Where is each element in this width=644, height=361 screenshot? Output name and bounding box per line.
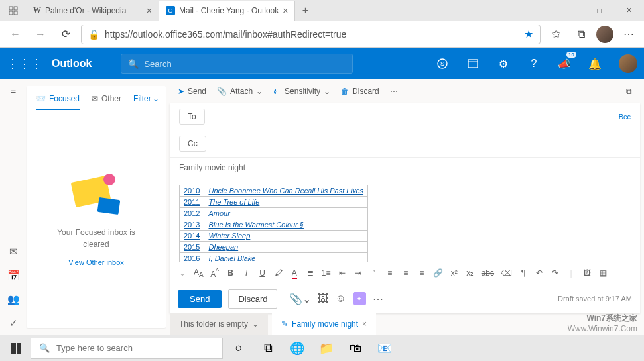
tab-other[interactable]: ✉ Other [92, 94, 121, 103]
year-link[interactable]: 2014 [184, 232, 200, 240]
filter-dropdown[interactable]: Filter ⌄ [133, 94, 159, 103]
strikethrough-button[interactable]: abc [482, 268, 494, 278]
browser-tab-wikipedia[interactable]: W Palme d'Or - Wikipedia × [27, 1, 159, 21]
font-size-button[interactable]: AA [194, 268, 204, 278]
font-size-inc-button[interactable]: A^ [210, 268, 220, 279]
close-tab-icon[interactable]: × [147, 5, 152, 16]
superscript-button[interactable]: x² [450, 268, 459, 278]
browser-menu-button[interactable]: ⋯ [619, 25, 639, 44]
film-link[interactable]: Amour [208, 209, 229, 217]
subscript-button[interactable]: x₂ [466, 268, 475, 278]
bcc-link[interactable]: Bcc [619, 113, 631, 121]
app-launcher-icon[interactable]: ⋮⋮⋮ [7, 56, 42, 71]
people-icon[interactable]: 👥 [7, 293, 20, 305]
popout-icon[interactable]: ⧉ [626, 87, 632, 96]
browser-tab-outlook[interactable]: O Mail - Cherie Yang - Outlook × [159, 1, 295, 21]
account-avatar[interactable] [619, 54, 637, 73]
url-input[interactable]: 🔒 https://outlook.office365.com/mail/inb… [81, 25, 541, 44]
highlight-button[interactable]: 🖍 [274, 268, 283, 278]
send-command[interactable]: ➤Send [178, 87, 206, 96]
italic-button[interactable]: I [242, 268, 251, 278]
sensitivity-command[interactable]: 🏷Sensitivity⌄ [273, 87, 330, 96]
redo-button[interactable]: ↷ [550, 268, 560, 278]
undo-button[interactable]: ↶ [535, 268, 544, 278]
bold-button[interactable]: B [226, 268, 235, 278]
start-button[interactable] [4, 336, 28, 360]
indent-button[interactable]: ⇥ [354, 268, 363, 278]
year-link[interactable]: 2012 [184, 209, 200, 217]
outdent-button[interactable]: ⇤ [338, 268, 347, 278]
minimize-button[interactable]: ─ [554, 0, 584, 21]
emoji-icon[interactable]: ☺ [335, 293, 346, 305]
maximize-button[interactable]: □ [584, 0, 614, 21]
file-explorer-icon[interactable]: 📁 [313, 336, 340, 360]
film-link[interactable]: Dheepan [208, 243, 238, 251]
numbering-button[interactable]: 1≡ [322, 268, 331, 278]
todo-icon[interactable]: ✓ [9, 317, 18, 329]
refresh-button[interactable]: ⟳ [56, 25, 76, 44]
hamburger-icon[interactable]: ≡ [11, 85, 17, 96]
table-button[interactable]: ▦ [598, 268, 608, 278]
close-tab-icon[interactable]: × [283, 5, 288, 16]
paragraph-button[interactable]: ¶ [519, 268, 528, 278]
back-button[interactable]: ← [5, 25, 25, 44]
to-button[interactable]: To [179, 109, 205, 125]
megaphone-icon[interactable]: 📣10 [554, 53, 575, 74]
search-box[interactable]: 🔍 [121, 54, 353, 74]
settings-gear-icon[interactable]: ⚙ [493, 53, 514, 74]
film-link[interactable]: Blue Is the Warmest Colour § [208, 221, 303, 229]
collections-icon[interactable]: ⧉ [571, 25, 591, 44]
calendar-icon[interactable]: 📅 [7, 270, 20, 282]
message-body[interactable]: 2010Uncle Boonmee Who Can Recall His Pas… [170, 178, 640, 262]
align-center-button[interactable]: ≡ [401, 268, 411, 278]
edge-icon[interactable]: 🌐 [284, 336, 310, 360]
subject-field[interactable]: Family movie night [170, 158, 640, 178]
browser-menu-icon[interactable] [0, 6, 27, 15]
mail-app-icon[interactable]: 📧 [371, 336, 398, 360]
font-color-button[interactable]: A [290, 268, 299, 278]
mail-icon[interactable]: ✉ [9, 246, 18, 258]
new-tab-button[interactable]: + [295, 5, 315, 17]
close-window-button[interactable]: ✕ [614, 0, 644, 21]
attach-file-icon[interactable]: 📎⌄ [289, 293, 311, 305]
align-right-button[interactable]: ≡ [417, 268, 426, 278]
quote-button[interactable]: ” [369, 268, 379, 278]
tab-focused[interactable]: 📨 Focused [36, 94, 80, 110]
align-left-button[interactable]: ≡ [385, 268, 395, 278]
discard-command[interactable]: 🗑Discard [341, 87, 379, 96]
year-link[interactable]: 2011 [184, 198, 200, 206]
year-link[interactable]: 2015 [184, 243, 200, 251]
film-link[interactable]: Uncle Boonmee Who Can Recall His Past Li… [208, 187, 363, 195]
help-icon[interactable]: ? [523, 53, 545, 74]
profile-avatar[interactable] [596, 26, 613, 43]
clear-format-button[interactable]: ⌫ [501, 268, 512, 278]
film-link[interactable]: The Tree of Life [208, 198, 259, 206]
view-other-link[interactable]: View Other inbox [68, 258, 124, 266]
task-view-icon[interactable]: ⧉ [255, 336, 281, 360]
link-button[interactable]: 🔗 [433, 268, 443, 278]
search-input[interactable] [144, 59, 346, 69]
ai-assist-icon[interactable]: ✦ [353, 292, 366, 305]
discard-button[interactable]: Discard [228, 289, 277, 309]
attach-command[interactable]: 📎Attach⌄ [217, 87, 263, 96]
more-commands[interactable]: ⋯ [390, 87, 398, 96]
send-button[interactable]: Send [178, 290, 222, 308]
cc-button[interactable]: Cc [179, 136, 206, 152]
close-tab-icon[interactable]: × [362, 319, 367, 329]
underline-button[interactable]: U [258, 268, 267, 278]
year-link[interactable]: 2016 [184, 254, 200, 262]
favorites-icon[interactable]: ✩ [546, 25, 566, 44]
taskbar-search[interactable]: 🔍 Type here to search [31, 338, 223, 359]
more-options-icon[interactable]: ⋯ [373, 293, 383, 305]
bullets-button[interactable]: ≣ [306, 268, 315, 278]
film-link[interactable]: Winter Sleep [208, 232, 250, 240]
bottom-tab-empty[interactable]: This folder is empty ⌄ [170, 313, 268, 335]
store-icon[interactable]: 🛍 [342, 336, 369, 360]
year-link[interactable]: 2013 [184, 221, 200, 229]
film-link[interactable]: I, Daniel Blake [208, 254, 255, 262]
outlook-today-icon[interactable] [462, 53, 483, 74]
bottom-tab-draft[interactable]: ✎ Family movie night × [272, 313, 376, 335]
font-family-button[interactable]: ⌄ [178, 268, 187, 278]
cortana-icon[interactable]: ○ [225, 336, 252, 360]
skype-icon[interactable]: S [432, 53, 453, 74]
